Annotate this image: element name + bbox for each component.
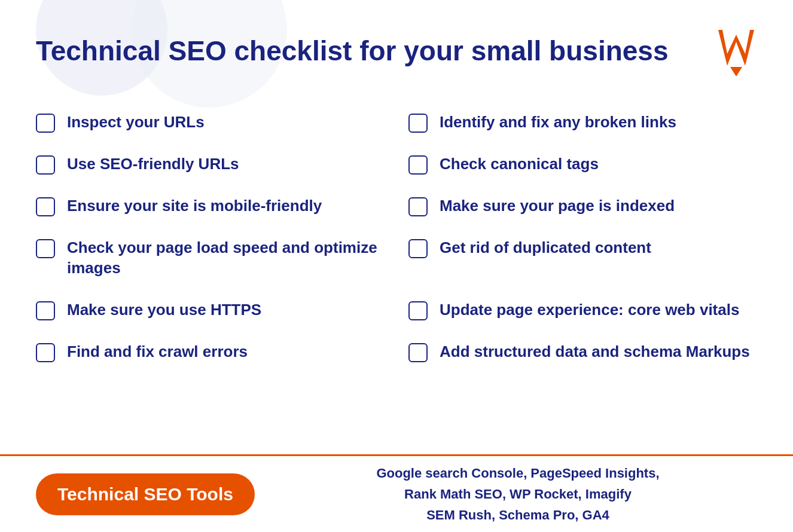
tools-line-2: Rank Math SEO, WP Rocket, Imagify	[404, 487, 632, 502]
checkbox-3[interactable]	[36, 197, 55, 216]
item-text-6: Find and fix crawl errors	[67, 342, 248, 362]
item-text-12: Add structured data and schema Markups	[440, 342, 750, 362]
item-text-3: Ensure your site is mobile-friendly	[67, 196, 322, 216]
svg-marker-0	[718, 30, 754, 66]
logo-icon	[715, 24, 757, 78]
checklist-item-10: Get rid of duplicated content	[408, 227, 757, 289]
checklist-item-8: Check canonical tags	[408, 143, 757, 185]
main-content: Technical SEO checklist for your small b…	[0, 0, 793, 373]
item-text-10: Get rid of duplicated content	[440, 238, 651, 258]
tools-line-3: SEM Rush, Schema Pro, GA4	[426, 507, 609, 522]
page-title: Technical SEO checklist for your small b…	[36, 35, 669, 67]
checkbox-6[interactable]	[36, 343, 55, 362]
svg-marker-1	[730, 67, 742, 77]
footer-area: Technical SEO Tools Google search Consol…	[0, 454, 793, 532]
checklist-item-5: Make sure you use HTTPS	[36, 289, 385, 331]
checkbox-2[interactable]	[36, 155, 55, 175]
checklist-item-1: Inspect your URLs	[36, 102, 385, 143]
checklist-item-3: Ensure your site is mobile-friendly	[36, 185, 385, 227]
checkbox-11[interactable]	[408, 301, 428, 320]
tools-badge: Technical SEO Tools	[36, 473, 255, 515]
tools-list-text: Google search Console, PageSpeed Insight…	[279, 463, 757, 526]
item-text-9: Make sure your page is indexed	[440, 196, 675, 216]
checklist-item-6: Find and fix crawl errors	[36, 331, 385, 373]
item-text-11: Update page experience: core web vitals	[440, 300, 739, 320]
checklist-item-7: Identify and fix any broken links	[408, 102, 757, 143]
tools-list: Google search Console, PageSpeed Insight…	[279, 463, 757, 526]
checkbox-4[interactable]	[36, 239, 55, 258]
item-text-5: Make sure you use HTTPS	[67, 300, 261, 320]
item-text-4: Check your page load speed and optimize …	[67, 238, 385, 279]
checkbox-12[interactable]	[408, 343, 428, 362]
checkbox-7[interactable]	[408, 114, 428, 133]
checkbox-8[interactable]	[408, 155, 428, 175]
header-area: Technical SEO checklist for your small b…	[36, 24, 757, 78]
checklist-item-11: Update page experience: core web vitals	[408, 289, 757, 331]
item-text-2: Use SEO-friendly URLs	[67, 154, 239, 175]
tools-badge-text: Technical SEO Tools	[57, 484, 233, 504]
checkbox-1[interactable]	[36, 114, 55, 133]
checkbox-5[interactable]	[36, 301, 55, 320]
checkbox-10[interactable]	[408, 239, 428, 258]
checklist-item-12: Add structured data and schema Markups	[408, 331, 757, 373]
item-text-8: Check canonical tags	[440, 154, 599, 175]
checklist-grid: Inspect your URLs Identify and fix any b…	[36, 102, 757, 373]
checklist-item-9: Make sure your page is indexed	[408, 185, 757, 227]
item-text-1: Inspect your URLs	[67, 112, 205, 133]
checklist-item-4: Check your page load speed and optimize …	[36, 227, 385, 289]
tools-line-1: Google search Console, PageSpeed Insight…	[376, 466, 659, 481]
item-text-7: Identify and fix any broken links	[440, 112, 676, 133]
checklist-item-2: Use SEO-friendly URLs	[36, 143, 385, 185]
checkbox-9[interactable]	[408, 197, 428, 216]
